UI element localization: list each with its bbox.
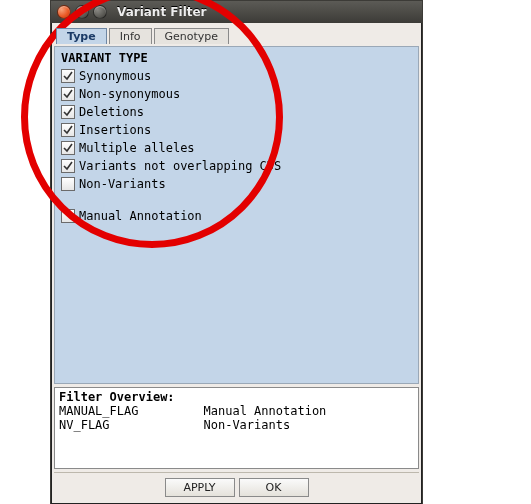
- checkbox-multiple-alleles[interactable]: [61, 141, 75, 155]
- checkbox-synonymous[interactable]: [61, 69, 75, 83]
- filter-label: Manual Annotation: [79, 209, 202, 223]
- checkbox-insertions[interactable]: [61, 123, 75, 137]
- type-panel: VARIANT TYPE Synonymous Non-synonymous D…: [54, 46, 419, 384]
- window-buttons: [57, 5, 107, 19]
- section-title: VARIANT TYPE: [61, 51, 412, 65]
- client-area: Type Info Genotype VARIANT TYPE Synonymo…: [51, 23, 422, 504]
- filter-row-insertions: Insertions: [61, 121, 412, 139]
- minimize-icon[interactable]: [75, 5, 89, 19]
- overview-title: Filter Overview:: [59, 390, 175, 404]
- variant-filter-window: Variant Filter Type Info Genotype VARIAN…: [50, 0, 423, 504]
- filter-row-synonymous: Synonymous: [61, 67, 412, 85]
- filter-row-multiple-alleles: Multiple alleles: [61, 139, 412, 157]
- apply-button[interactable]: APPLY: [165, 478, 235, 497]
- tab-type[interactable]: Type: [56, 28, 107, 44]
- window-title: Variant Filter: [117, 5, 207, 19]
- tab-info[interactable]: Info: [109, 28, 152, 44]
- filter-label: Variants not overlapping CDS: [79, 159, 281, 173]
- close-icon[interactable]: [57, 5, 71, 19]
- filter-label: Non-Variants: [79, 177, 166, 191]
- filter-label: Non-synonymous: [79, 87, 180, 101]
- filter-row-non-synonymous: Non-synonymous: [61, 85, 412, 103]
- titlebar: Variant Filter: [51, 1, 422, 23]
- filter-label: Synonymous: [79, 69, 151, 83]
- button-bar: APPLY OK: [54, 472, 419, 501]
- checkbox-non-variants[interactable]: [61, 177, 75, 191]
- filter-row-not-overlapping-cds: Variants not overlapping CDS: [61, 157, 412, 175]
- checkbox-deletions[interactable]: [61, 105, 75, 119]
- filter-label: Multiple alleles: [79, 141, 195, 155]
- filter-row-non-variants: Non-Variants: [61, 175, 412, 193]
- filter-label: Insertions: [79, 123, 151, 137]
- filter-row-manual-annotation: Manual Annotation: [61, 207, 412, 225]
- filter-row-deletions: Deletions: [61, 103, 412, 121]
- maximize-icon[interactable]: [93, 5, 107, 19]
- checkbox-manual-annotation[interactable]: [61, 209, 75, 223]
- filter-overview: Filter Overview: MANUAL_FLAG Manual Anno…: [54, 387, 419, 469]
- overview-row: MANUAL_FLAG Manual Annotation: [59, 404, 326, 418]
- tab-strip: Type Info Genotype: [54, 25, 419, 43]
- ok-button[interactable]: OK: [239, 478, 309, 497]
- tab-genotype[interactable]: Genotype: [154, 28, 230, 44]
- filter-label: Deletions: [79, 105, 144, 119]
- checkbox-non-synonymous[interactable]: [61, 87, 75, 101]
- checkbox-not-overlapping-cds[interactable]: [61, 159, 75, 173]
- overview-row: NV_FLAG Non-Variants: [59, 418, 290, 432]
